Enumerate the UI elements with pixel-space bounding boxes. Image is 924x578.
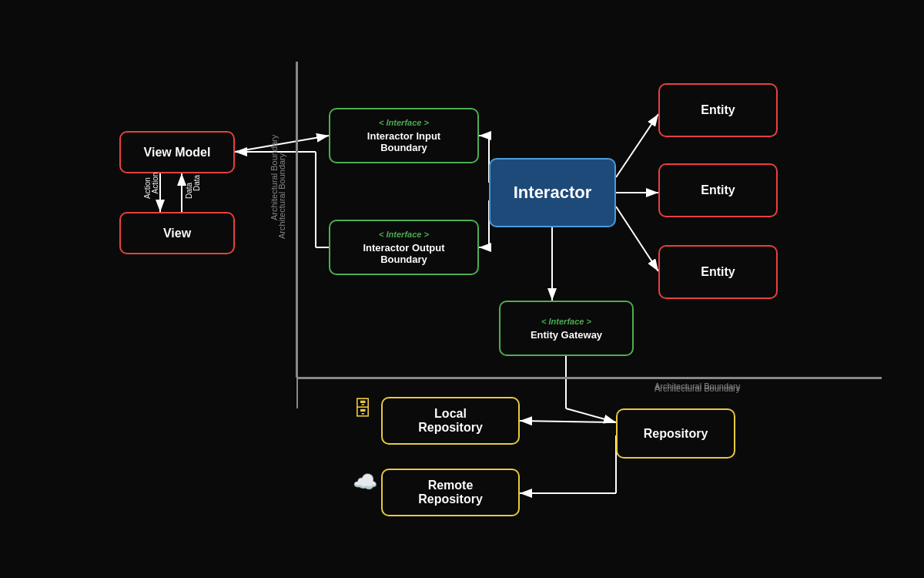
interactor-box: Interactor [489, 158, 616, 227]
interactor-output-label: Interactor OutputBoundary [363, 242, 444, 265]
entity3-box: Entity [658, 245, 778, 299]
repository-box: Repository [616, 408, 735, 459]
svg-line-16 [616, 207, 658, 271]
interactor-input-box: < Interface > Interactor InputBoundary [329, 108, 479, 163]
remote-repository-box: Remote Repository [381, 469, 520, 516]
entity2-box: Entity [658, 163, 778, 217]
svg-line-6 [235, 136, 329, 152]
interface-label-output: < Interface > [379, 230, 429, 239]
svg-line-20 [520, 421, 616, 422]
interface-label-input: < Interface > [379, 118, 429, 127]
interactor-output-box: < Interface > Interactor OutputBoundary [329, 220, 479, 275]
action-label: Action [151, 173, 159, 194]
view-box: View [119, 212, 235, 254]
arch-boundary-v-label: Architectural Boundary [270, 135, 279, 220]
entity-gateway-label: Entity Gateway [531, 329, 602, 341]
svg-line-14 [616, 114, 658, 177]
data-label: Data [192, 175, 201, 191]
database-icon: 🗄 [353, 397, 373, 421]
arch-boundary-vertical [296, 62, 298, 408]
interactor-input-label: Interactor InputBoundary [367, 130, 440, 153]
cloud-icon: ☁️ [353, 470, 377, 494]
entity1-box: Entity [658, 83, 778, 137]
arch-boundary-h-label: Architectural Boundary [654, 384, 740, 393]
svg-line-19 [566, 408, 616, 422]
local-repository-box: Local Repository [381, 397, 520, 445]
architecture-diagram: Action Data [0, 0, 924, 578]
arch-boundary-horizontal [296, 378, 882, 379]
view-model-box: View Model [119, 131, 235, 173]
entity-gateway-box: < Interface > Entity Gateway [499, 301, 634, 356]
svg-text:Action: Action [143, 177, 152, 199]
interface-label-gateway: < Interface > [541, 317, 591, 326]
